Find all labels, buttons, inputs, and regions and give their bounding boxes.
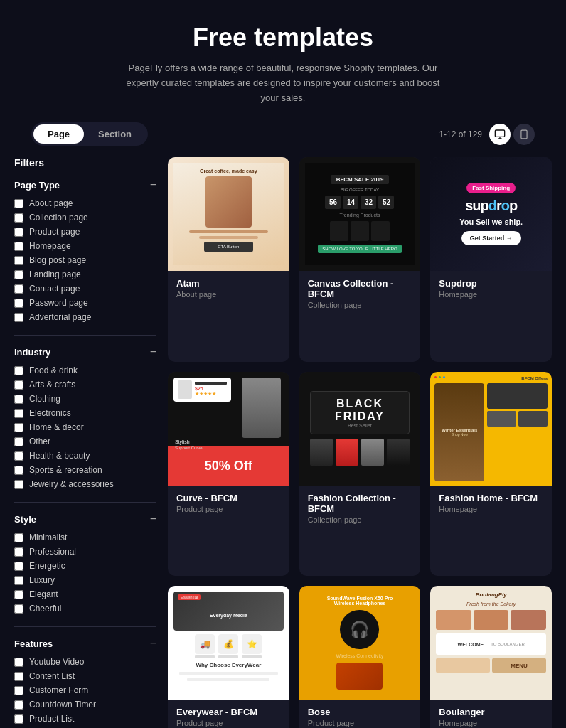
filter-homepage[interactable]: Homepage bbox=[14, 241, 156, 251]
filter-advertorial-page[interactable]: Advertorial page bbox=[14, 312, 156, 322]
filter-countdown-timer[interactable]: Countdown Timer bbox=[14, 700, 156, 710]
filter-contact-page[interactable]: Contact page bbox=[14, 284, 156, 294]
card-preview-bose: SoundWave Fusion X50 ProWireless Headpho… bbox=[299, 586, 421, 700]
filter-about-page[interactable]: About page bbox=[14, 198, 156, 208]
card-preview-boulanger: BoulangPly Fresh from the Bakery WELCOME… bbox=[430, 586, 552, 700]
filter-youtube-video-checkbox[interactable] bbox=[14, 658, 23, 667]
template-card-curve[interactable]: $25 ★★★★★ 50% Off bbox=[168, 372, 289, 576]
filter-sports-recreation-checkbox[interactable] bbox=[14, 466, 23, 475]
mobile-view-button[interactable] bbox=[513, 124, 535, 145]
card-image-boulanger: BoulangPly Fresh from the Bakery WELCOME… bbox=[430, 586, 552, 700]
filter-product-page-checkbox[interactable] bbox=[14, 228, 23, 237]
desktop-view-button[interactable] bbox=[489, 124, 511, 145]
page-subtitle: PageFly offers a wide range of beautiful… bbox=[119, 61, 447, 105]
filter-blog-post-page-checkbox[interactable] bbox=[14, 256, 23, 265]
filter-product-page[interactable]: Product page bbox=[14, 227, 156, 237]
filter-home-decor-checkbox[interactable] bbox=[14, 423, 23, 432]
filter-jewelry-accessories-checkbox[interactable] bbox=[14, 480, 23, 489]
card-subtitle-bose: Product page bbox=[308, 719, 412, 727]
filter-product-list-checkbox[interactable] bbox=[14, 714, 23, 724]
filter-health-beauty-checkbox[interactable] bbox=[14, 451, 23, 461]
filter-customer-form[interactable]: Customer Form bbox=[14, 685, 156, 695]
filter-content-list[interactable]: Content List bbox=[14, 671, 156, 681]
filter-electronics[interactable]: Electronics bbox=[14, 408, 156, 418]
card-title-fashion: Fashion Collection - BFCM bbox=[308, 493, 412, 514]
filter-blog-post-page[interactable]: Blog post page bbox=[14, 255, 156, 265]
filter-sports-recreation[interactable]: Sports & recreation bbox=[14, 465, 156, 475]
card-image-supdrop: Fast Shipping supdrop You Sell we ship. … bbox=[430, 157, 552, 271]
filter-youtube-video[interactable]: Youtube Video bbox=[14, 657, 156, 667]
template-card-supdrop[interactable]: Fast Shipping supdrop You Sell we ship. … bbox=[430, 157, 552, 361]
filter-health-beauty[interactable]: Health & beauty bbox=[14, 451, 156, 461]
filter-content-list-checkbox[interactable] bbox=[14, 672, 23, 681]
filter-luxury-checkbox[interactable] bbox=[14, 576, 23, 585]
filter-clothing-checkbox[interactable] bbox=[14, 395, 23, 404]
template-card-everywear[interactable]: Essential Everyday Media 🚚 💰 bbox=[168, 586, 289, 728]
card-title-boulanger: Boulanger bbox=[439, 707, 543, 717]
filter-food-drink[interactable]: Food & drink bbox=[14, 365, 156, 375]
filter-electronics-checkbox[interactable] bbox=[14, 409, 23, 418]
filter-password-page-checkbox[interactable] bbox=[14, 299, 23, 308]
template-card-boulanger[interactable]: BoulangPly Fresh from the Bakery WELCOME… bbox=[430, 586, 552, 728]
filter-landing-page-label: Landing page bbox=[29, 269, 81, 279]
filter-landing-page-checkbox[interactable] bbox=[14, 270, 23, 279]
filter-energetic[interactable]: Energetic bbox=[14, 561, 156, 571]
filter-professional[interactable]: Professional bbox=[14, 547, 156, 557]
template-card-fashion-home[interactable]: BFCM Offers Winter Essentials Shop Now bbox=[430, 372, 552, 576]
filter-product-list[interactable]: Product List bbox=[14, 714, 156, 724]
filter-cheerful-checkbox[interactable] bbox=[14, 604, 23, 614]
card-info-curve: Curve - BFCM Product page bbox=[168, 486, 289, 520]
tab-section[interactable]: Section bbox=[84, 124, 146, 144]
card-info-supdrop: Supdrop Homepage bbox=[430, 271, 552, 306]
template-grid: Great coffee, made easy CTA Button Atam … bbox=[168, 157, 552, 728]
card-info-everywear: Everywear - BFCM Product page bbox=[168, 700, 289, 728]
filter-contact-page-label: Contact page bbox=[29, 284, 80, 294]
filter-arts-crafts-label: Arts & crafts bbox=[29, 380, 75, 390]
filter-homepage-checkbox[interactable] bbox=[14, 242, 23, 251]
filter-luxury[interactable]: Luxury bbox=[14, 575, 156, 585]
filter-other[interactable]: Other bbox=[14, 437, 156, 446]
filter-elegant-label: Elegant bbox=[29, 589, 58, 599]
filter-collection-page-checkbox[interactable] bbox=[14, 213, 23, 223]
filter-minimalist-checkbox[interactable] bbox=[14, 533, 23, 542]
filter-countdown-timer-checkbox[interactable] bbox=[14, 700, 23, 710]
template-card-canvas[interactable]: BFCM SALE 2019 BIG OFFER TODAY 56 14 32 … bbox=[299, 157, 421, 361]
filter-other-checkbox[interactable] bbox=[14, 437, 23, 446]
filter-home-decor[interactable]: Home & decor bbox=[14, 422, 156, 432]
filter-elegant[interactable]: Elegant bbox=[14, 589, 156, 599]
filter-minimalist[interactable]: Minimalist bbox=[14, 532, 156, 542]
style-collapse-icon[interactable]: − bbox=[150, 513, 156, 525]
filter-advertorial-page-checkbox[interactable] bbox=[14, 313, 23, 322]
filter-arts-crafts[interactable]: Arts & crafts bbox=[14, 380, 156, 390]
filter-landing-page[interactable]: Landing page bbox=[14, 269, 156, 279]
template-card-fashion[interactable]: BLACK FRIDAY Best Seller Fashio bbox=[299, 372, 421, 576]
card-preview-fashion: BLACK FRIDAY Best Seller bbox=[299, 372, 421, 486]
filter-clothing[interactable]: Clothing bbox=[14, 394, 156, 404]
filter-professional-label: Professional bbox=[29, 547, 76, 557]
filter-password-page[interactable]: Password page bbox=[14, 298, 156, 308]
filter-collection-page[interactable]: Collection page bbox=[14, 213, 156, 223]
filter-contact-page-checkbox[interactable] bbox=[14, 284, 23, 294]
card-info-fashion-home: Fashion Home - BFCM Homepage bbox=[430, 486, 552, 520]
features-collapse-icon[interactable]: − bbox=[150, 637, 156, 650]
filters-title: Filters bbox=[14, 157, 156, 168]
tab-page[interactable]: Page bbox=[33, 124, 84, 144]
filter-customer-form-checkbox[interactable] bbox=[14, 686, 23, 695]
filter-arts-crafts-checkbox[interactable] bbox=[14, 380, 23, 390]
filter-energetic-checkbox[interactable] bbox=[14, 562, 23, 571]
page-type-collapse-icon[interactable]: − bbox=[150, 178, 156, 191]
card-subtitle-supdrop: Homepage bbox=[439, 290, 543, 299]
filter-about-page-checkbox[interactable] bbox=[14, 199, 23, 208]
filter-cheerful[interactable]: Cheerful bbox=[14, 604, 156, 614]
industry-collapse-icon[interactable]: − bbox=[150, 346, 156, 358]
filter-jewelry-accessories[interactable]: Jewelry & accessories bbox=[14, 479, 156, 489]
card-subtitle-atam: About page bbox=[176, 290, 281, 299]
template-card-atam[interactable]: Great coffee, made easy CTA Button Atam … bbox=[168, 157, 289, 361]
filter-food-drink-checkbox[interactable] bbox=[14, 366, 23, 375]
filter-customer-form-label: Customer Form bbox=[29, 685, 88, 695]
card-image-atam: Great coffee, made easy CTA Button bbox=[168, 157, 289, 271]
template-card-bose[interactable]: SoundWave Fusion X50 ProWireless Headpho… bbox=[299, 586, 421, 728]
divider-2 bbox=[14, 502, 156, 503]
filter-professional-checkbox[interactable] bbox=[14, 547, 23, 557]
filter-elegant-checkbox[interactable] bbox=[14, 590, 23, 599]
